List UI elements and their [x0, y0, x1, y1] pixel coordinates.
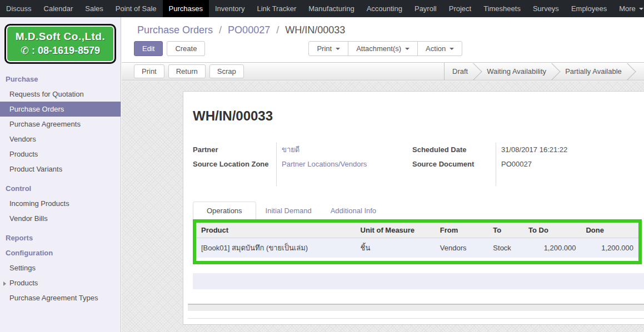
- print-button[interactable]: Print: [134, 64, 164, 78]
- action-menu-button[interactable]: Action: [417, 41, 462, 56]
- cell-to-do: 1,200.000: [523, 238, 581, 258]
- cell-done: 1,200.000: [581, 238, 638, 258]
- nav-item-payroll[interactable]: Payroll: [408, 0, 443, 17]
- tab-operations[interactable]: Operations: [193, 202, 256, 219]
- chatter-separator-line: [188, 318, 644, 319]
- partner-value[interactable]: ขายดี: [282, 143, 412, 157]
- source-document-label: Source Document: [412, 157, 496, 172]
- nav-item-accounting[interactable]: Accounting: [361, 0, 408, 17]
- sidebar-item-vendors[interactable]: Vendors: [0, 132, 121, 147]
- field-values-right: 31/08/2017 16:21:22 PO00027: [496, 143, 644, 186]
- breadcrumb-po00027[interactable]: PO00027: [228, 24, 270, 36]
- print-menu-button[interactable]: Print: [308, 41, 348, 56]
- page-title: WH/IN/00033: [193, 108, 644, 124]
- attachments-menu-button[interactable]: Attachment(s): [348, 41, 418, 56]
- edit-button[interactable]: Edit: [134, 41, 163, 56]
- field-group-left: Partner Source Location Zone ขายดี Partn…: [193, 143, 412, 186]
- status-step-partially-available: Partially Available: [552, 63, 627, 80]
- scrap-button[interactable]: Scrap: [209, 64, 244, 78]
- chatter-separator-band: [188, 304, 644, 311]
- sidebar-item-purchase-agreements[interactable]: Purchase Agreements: [0, 117, 121, 132]
- control-panel: Purchase Orders / PO00027 / WH/IN/00033 …: [122, 17, 644, 63]
- cell-unit-of-measure: ชิ้น: [356, 238, 435, 258]
- phone-icon: ✆: [21, 45, 29, 56]
- nav-item-project[interactable]: Project: [443, 0, 477, 17]
- breadcrumb: Purchase Orders / PO00027 / WH/IN/00033: [122, 17, 644, 36]
- sidebar-section-reports: Reports: [0, 230, 121, 245]
- caret-down-icon: [405, 48, 410, 50]
- sidebar-item-requests-for-quotation[interactable]: Requests for Quotation: [0, 87, 121, 102]
- tab-additional-info[interactable]: Additional Info: [321, 202, 386, 219]
- breadcrumb-separator: /: [216, 24, 225, 36]
- control-panel-buttons: Edit Create Print Attachment(s) Action: [122, 36, 644, 56]
- dropdown-button-group: Print Attachment(s) Action: [308, 41, 462, 56]
- cell-to: Stock: [488, 238, 523, 258]
- column-header-from: From: [435, 223, 488, 238]
- table-row[interactable]: [Book01] สมุดบันทึก (ขายเป็นเล่ม) ชิ้น V…: [196, 238, 638, 258]
- sidebar-item-products[interactable]: Products: [0, 147, 121, 162]
- return-button[interactable]: Return: [168, 64, 206, 78]
- nav-item-timesheets[interactable]: Timesheets: [477, 0, 527, 17]
- breadcrumb-current: WH/IN/00033: [285, 24, 345, 36]
- cell-from: Vendors: [435, 238, 488, 258]
- source-document-value: PO00027: [501, 157, 644, 172]
- nav-item-calendar[interactable]: Calendar: [38, 0, 79, 17]
- sidebar-item-settings[interactable]: Settings: [0, 260, 121, 275]
- field-group: Partner Source Location Zone ขายดี Partn…: [193, 143, 644, 186]
- nav-item-point-of-sale[interactable]: Point of Sale: [109, 0, 163, 17]
- nav-item-employees[interactable]: Employees: [565, 0, 613, 17]
- sidebar-section-control: Control: [0, 181, 121, 196]
- company-logo: M.D.Soft Co.,Ltd. ✆ : 08-1619-8579: [4, 24, 116, 64]
- sidebar-item-purchase-agreement-types[interactable]: Purchase Agreement Types: [0, 290, 121, 305]
- nav-item-inventory[interactable]: Inventory: [209, 0, 251, 17]
- sidebar-item-config-products[interactable]: Products: [0, 275, 121, 290]
- nav-item-discuss[interactable]: Discuss: [0, 0, 38, 17]
- source-location-zone-value[interactable]: Partner Locations/Vendors: [282, 157, 412, 172]
- sidebar-section-purchase: Purchase: [0, 72, 121, 87]
- sidebar-item-incoming-products[interactable]: Incoming Products: [0, 196, 121, 211]
- attachments-menu-label: Attachment(s): [356, 44, 401, 53]
- column-header-done: Done: [581, 223, 638, 238]
- nav-item-manufacturing[interactable]: Manufacturing: [302, 0, 360, 17]
- field-values-left: ขายดี Partner Locations/Vendors: [276, 143, 412, 186]
- nav-item-link-tracker[interactable]: Link Tracker: [251, 0, 302, 17]
- print-menu-label: Print: [317, 44, 332, 53]
- notebook-tabs: Operations Initial Demand Additional Inf…: [193, 202, 644, 219]
- top-navbar: Discuss Calendar Sales Point of Sale Pur…: [0, 0, 644, 17]
- sidebar: M.D.Soft Co.,Ltd. ✆ : 08-1619-8579 Purch…: [0, 17, 121, 332]
- field-group-right: Scheduled Date Source Document 31/08/201…: [412, 143, 644, 186]
- column-header-to-do: To Do: [523, 223, 581, 238]
- column-header-to: To: [488, 223, 523, 238]
- partner-label: Partner: [193, 143, 276, 157]
- sidebar-item-product-variants[interactable]: Product Variants: [0, 162, 121, 177]
- expand-caret-icon: [3, 281, 6, 286]
- scheduled-date-label: Scheduled Date: [412, 143, 496, 157]
- phone-number: 08-1619-8579: [38, 45, 100, 56]
- nav-item-surveys[interactable]: Surveys: [527, 0, 565, 17]
- create-button[interactable]: Create: [167, 41, 205, 56]
- cell-product: [Book01] สมุดบันทึก (ขายเป็นเล่ม): [196, 238, 356, 258]
- tab-initial-demand[interactable]: Initial Demand: [256, 202, 321, 219]
- sidebar-item-purchase-orders[interactable]: Purchase Orders: [0, 102, 121, 117]
- column-header-unit-of-measure: Unit of Measure: [356, 223, 435, 238]
- phone-separator: :: [32, 45, 35, 56]
- more-label: More: [619, 0, 636, 17]
- action-menu-label: Action: [426, 44, 446, 53]
- nav-item-sales[interactable]: Sales: [79, 0, 109, 17]
- operations-table: Product Unit of Measure From To To Do Do…: [196, 223, 638, 258]
- sidebar-item-label: Products: [9, 279, 38, 287]
- nav-item-purchases[interactable]: Purchases: [163, 0, 209, 17]
- operations-table-highlight: Product Unit of Measure From To To Do Do…: [193, 219, 642, 264]
- chevron-down-icon: [639, 8, 643, 10]
- status-pipeline: Draft Waiting Availability Partially Ava…: [444, 63, 644, 80]
- main-area: Purchase Orders / PO00027 / WH/IN/00033 …: [122, 17, 644, 332]
- breadcrumb-separator: /: [273, 24, 282, 36]
- table-header-row: Product Unit of Measure From To To Do Do…: [196, 223, 638, 238]
- breadcrumb-purchase-orders[interactable]: Purchase Orders: [137, 24, 213, 36]
- form-sheet: WH/IN/00033 Partner Source Location Zone…: [183, 91, 644, 325]
- company-phone: ✆ : 08-1619-8579: [8, 44, 112, 57]
- field-labels-left: Partner Source Location Zone: [193, 143, 276, 186]
- nav-item-more[interactable]: More: [613, 0, 644, 17]
- field-labels-right: Scheduled Date Source Document: [412, 143, 496, 186]
- sidebar-item-vendor-bills[interactable]: Vendor Bills: [0, 211, 121, 226]
